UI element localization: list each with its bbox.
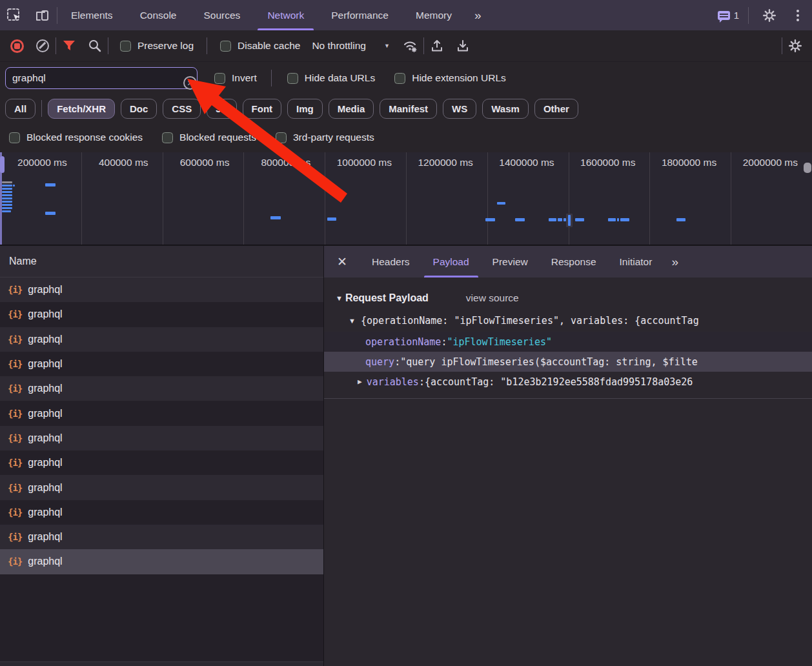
prop-key: variables xyxy=(367,376,419,388)
disable-cache-checkbox-group[interactable]: Disable cache xyxy=(220,40,300,52)
clear-filter-icon[interactable]: ✕ xyxy=(183,76,197,90)
waterfall-bar xyxy=(2,210,11,212)
request-row[interactable]: {i}graphql xyxy=(0,525,323,549)
invert-checkbox-group[interactable]: Invert xyxy=(214,72,257,84)
invert-label: Invert xyxy=(232,72,257,84)
request-row[interactable]: {i}graphql xyxy=(0,475,323,500)
third-party-checkbox[interactable] xyxy=(276,132,287,143)
request-row[interactable]: {i}graphql xyxy=(0,327,323,352)
tab-initiator[interactable]: Initiator xyxy=(608,246,664,278)
throttling-select[interactable]: No throttling ▼ xyxy=(312,40,390,52)
request-row[interactable]: {i}graphql xyxy=(0,401,323,425)
search-icon[interactable] xyxy=(82,33,108,59)
request-row-selected[interactable]: {i}graphql xyxy=(0,549,323,574)
collapse-triangle-icon[interactable]: ▼ xyxy=(336,294,343,302)
tab-console[interactable]: Console xyxy=(127,0,190,30)
network-overview-timeline[interactable]: 200000 ms 400000 ms 600000 ms 800000 ms … xyxy=(0,152,812,245)
tab-elements[interactable]: Elements xyxy=(57,0,127,30)
hide-data-urls-checkbox[interactable] xyxy=(287,73,298,84)
tab-preview[interactable]: Preview xyxy=(481,246,540,278)
overview-left-grip[interactable] xyxy=(0,156,5,173)
filter-row: ✕ Invert Hide data URLs Hide extension U… xyxy=(0,62,812,94)
divider xyxy=(271,70,272,86)
clear-network-log-button[interactable] xyxy=(30,33,56,59)
request-name: graphql xyxy=(28,334,62,345)
blocked-cookies-checkbox[interactable] xyxy=(9,132,20,143)
type-filter-doc[interactable]: Doc xyxy=(121,99,157,119)
type-filter-all[interactable]: All xyxy=(5,99,36,119)
tab-performance[interactable]: Performance xyxy=(318,0,402,30)
tab-memory[interactable]: Memory xyxy=(402,0,465,30)
tab-response[interactable]: Response xyxy=(540,246,608,278)
request-row[interactable]: {i}graphql xyxy=(0,376,323,401)
third-party-group[interactable]: 3rd-party requests xyxy=(276,132,374,143)
request-name: graphql xyxy=(28,556,62,567)
request-payload-header[interactable]: ▼ Request Payload view source xyxy=(324,287,812,310)
inspect-element-icon[interactable] xyxy=(0,0,28,30)
payload-root-node[interactable]: ▼ {operationName: "ipFlowTimeseries", va… xyxy=(324,310,812,332)
view-source-link[interactable]: view source xyxy=(466,292,519,304)
detail-tab-bar: ✕ Headers Payload Preview Response Initi… xyxy=(324,246,812,278)
payload-prop-operationName[interactable]: operationName: "ipFlowTimeseries" xyxy=(324,332,812,352)
name-column-header[interactable]: Name xyxy=(0,246,323,278)
type-filter-css[interactable]: CSS xyxy=(163,99,201,119)
disable-cache-checkbox[interactable] xyxy=(220,41,231,52)
waterfall-bar xyxy=(515,218,525,221)
type-filter-other[interactable]: Other xyxy=(534,99,578,119)
payload-prop-variables[interactable]: ▶ variables: {accountTag: "b12e3b2192ee5… xyxy=(324,372,812,392)
request-row[interactable]: {i}graphql xyxy=(0,278,323,302)
more-detail-tabs-icon[interactable]: » xyxy=(664,246,685,278)
tab-sources[interactable]: Sources xyxy=(190,0,254,30)
waterfall-bar xyxy=(2,201,12,203)
export-har-icon[interactable] xyxy=(450,33,476,59)
request-row[interactable]: {i}graphql xyxy=(0,352,323,376)
hide-data-urls-group[interactable]: Hide data URLs xyxy=(287,72,375,84)
settings-gear-icon[interactable] xyxy=(755,0,784,30)
filter-funnel-button[interactable] xyxy=(56,33,82,59)
type-filter-font[interactable]: Font xyxy=(243,99,281,119)
invert-checkbox[interactable] xyxy=(214,73,225,84)
prop-separator: : xyxy=(441,336,447,348)
tab-payload[interactable]: Payload xyxy=(421,246,481,278)
blocked-requests-group[interactable]: Blocked requests xyxy=(162,132,256,143)
expand-triangle-icon[interactable]: ▶ xyxy=(358,378,362,386)
request-row[interactable]: {i}graphql xyxy=(0,500,323,525)
blocked-cookies-label: Blocked response cookies xyxy=(26,132,143,143)
tab-network[interactable]: Network xyxy=(254,0,318,30)
hide-extension-urls-group[interactable]: Hide extension URLs xyxy=(394,72,506,84)
device-toolbar-icon[interactable] xyxy=(28,0,57,30)
issues-counter[interactable]: 1 xyxy=(715,10,742,21)
type-filter-ws[interactable]: WS xyxy=(443,99,476,119)
request-row[interactable]: {i}graphql xyxy=(0,450,323,475)
type-filter-img[interactable]: Img xyxy=(287,99,323,119)
overview-right-grip[interactable] xyxy=(804,163,811,173)
type-filter-manifest[interactable]: Manifest xyxy=(380,99,437,119)
collapse-triangle-icon[interactable]: ▼ xyxy=(349,317,356,325)
preserve-log-checkbox[interactable] xyxy=(120,41,131,52)
request-payload-title: Request Payload xyxy=(345,292,429,304)
waterfall-bar xyxy=(2,181,12,183)
type-filter-media[interactable]: Media xyxy=(329,99,374,119)
record-network-log-button[interactable] xyxy=(4,33,30,59)
blocked-cookies-group[interactable]: Blocked response cookies xyxy=(9,132,143,143)
tab-headers[interactable]: Headers xyxy=(360,246,421,278)
filter-input[interactable] xyxy=(5,67,198,89)
close-icon[interactable]: ✕ xyxy=(324,246,360,278)
payload-prop-query[interactable]: query: "query ipFlowTimeseries($accountT… xyxy=(324,352,812,372)
type-filter-js[interactable]: JS xyxy=(207,99,236,119)
request-row[interactable]: {i}graphql xyxy=(0,302,323,327)
blocked-requests-checkbox[interactable] xyxy=(162,132,173,143)
import-har-icon[interactable] xyxy=(424,33,450,59)
type-filter-wasm[interactable]: Wasm xyxy=(482,99,529,119)
type-filter-fetch-xhr[interactable]: Fetch/XHR xyxy=(48,99,115,119)
network-toolbar: Preserve log Disable cache No throttling… xyxy=(0,30,812,62)
preserve-log-checkbox-group[interactable]: Preserve log xyxy=(120,40,194,52)
hide-extension-urls-checkbox[interactable] xyxy=(394,73,405,84)
request-row[interactable]: {i}graphql xyxy=(0,426,323,450)
waterfall-bar xyxy=(270,216,281,219)
more-tabs-icon[interactable]: » xyxy=(465,0,489,30)
request-name: graphql xyxy=(28,284,62,296)
menu-kebab-icon[interactable] xyxy=(790,10,806,21)
network-conditions-icon[interactable] xyxy=(398,33,423,59)
network-settings-gear-icon[interactable] xyxy=(782,33,808,59)
